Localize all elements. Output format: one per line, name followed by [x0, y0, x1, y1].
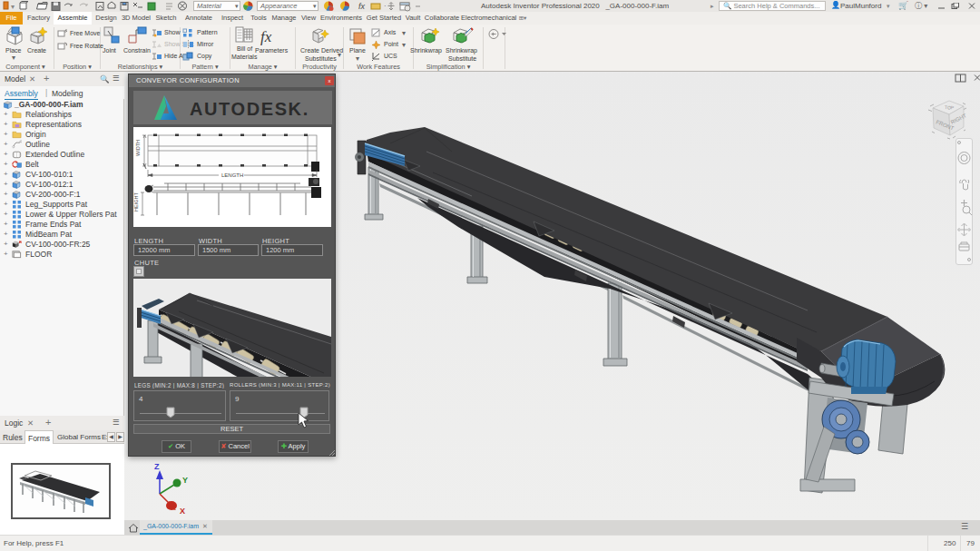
svg-text:·: ·: [384, 2, 387, 10]
svg-text:TOP: TOP: [945, 104, 955, 111]
svg-text:fx: fx: [358, 2, 366, 11]
svg-text:HEIGHT: HEIGHT: [133, 192, 139, 212]
svg-text:X: X: [180, 507, 185, 516]
svg-text:▾: ▾: [11, 3, 15, 11]
svg-text:Z: Z: [154, 463, 160, 471]
svg-text:AUTODESK.: AUTODESK.: [190, 99, 309, 119]
svg-text:WIDTH: WIDTH: [135, 140, 141, 156]
svg-text:Y: Y: [182, 476, 188, 485]
svg-text:LENGTH: LENGTH: [221, 172, 243, 178]
